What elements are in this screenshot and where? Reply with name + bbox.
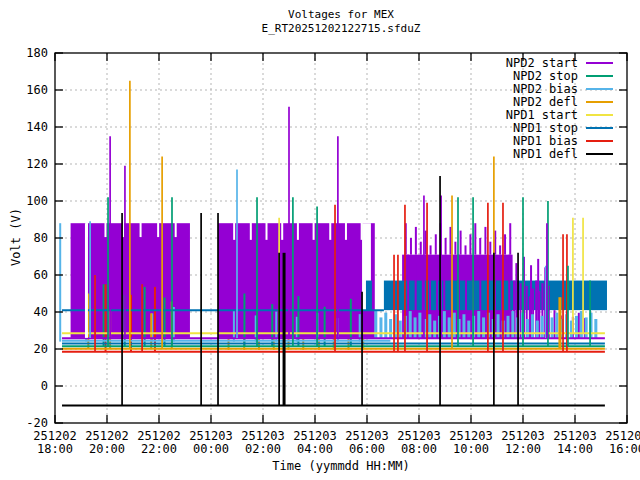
legend-label: NPD1 defl [513,147,578,161]
x-tick-label-date: 251203 [397,429,440,443]
y-tick-label: 20 [34,342,48,356]
x-tick-label-date: 251203 [241,429,284,443]
legend-label: NPD2 start [506,56,578,70]
x-tick-label-date: 251202 [85,429,128,443]
x-tick-label-date: 251203 [293,429,336,443]
x-tick-label-time: 20:00 [89,442,125,456]
x-tick-label-time: 16:00 [609,442,640,456]
legend-label: NPD1 stop [513,121,578,135]
x-tick-label-date: 251202 [33,429,76,443]
y-tick-label: 100 [26,194,48,208]
y-tick-label: 140 [26,120,48,134]
y-tick-label: 60 [34,268,48,282]
legend-label: NPD2 bias [513,82,578,96]
x-tick-label-date: 251203 [345,429,388,443]
x-tick-label-time: 00:00 [193,442,229,456]
x-tick-label-time: 08:00 [401,442,437,456]
y-tick-label: 180 [26,46,48,60]
legend-label: NPD2 defl [513,95,578,109]
x-tick-label-date: 251203 [449,429,492,443]
x-tick-label-date: 251203 [189,429,232,443]
legend-label: NPD1 bias [513,134,578,148]
y-tick-label: 160 [26,83,48,97]
x-tick-label-date: 251203 [553,429,596,443]
x-tick-label-time: 18:00 [37,442,73,456]
x-tick-label-time: 04:00 [297,442,333,456]
x-axis-label: Time (yymmdd HH:MM) [55,459,627,473]
series-block [366,281,372,311]
x-tick-label-date: 251202 [137,429,180,443]
legend-label: NPD1 start [506,108,578,122]
y-tick-label: 0 [41,379,48,393]
x-tick-label-time: 22:00 [141,442,177,456]
x-tick-label-time: 10:00 [453,442,489,456]
x-tick-label-time: 06:00 [349,442,385,456]
x-tick-label-time: 02:00 [245,442,281,456]
x-tick-label-date: 251203 [605,429,640,443]
plot-canvas: -2002040608010012014016018025120218:0025… [0,0,640,480]
x-tick-label-time: 12:00 [505,442,541,456]
chart-screen: Voltages for MEX E_RT20251202122715.sfdu… [0,0,640,480]
y-tick-label: 40 [34,305,48,319]
x-tick-label-date: 251203 [501,429,544,443]
legend-label: NPD2 stop [513,69,578,83]
x-tick-label-time: 14:00 [557,442,593,456]
y-tick-label: 120 [26,157,48,171]
y-tick-label: -20 [26,416,48,430]
y-tick-label: 80 [34,231,48,245]
